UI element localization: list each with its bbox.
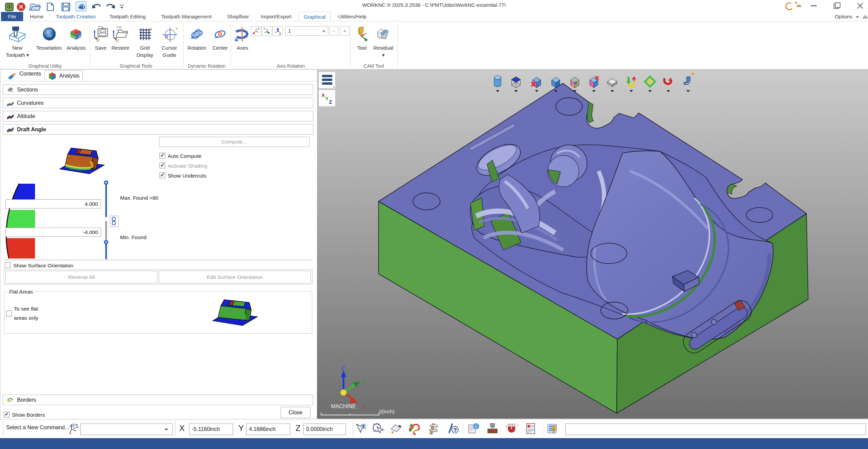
svg-text:X: X [321, 92, 325, 98]
svg-text:MACHINE: MACHINE [331, 403, 356, 409]
svg-text:Y: Y [263, 27, 265, 30]
svg-text:Z: Z [329, 99, 332, 105]
svg-text:D: D [165, 35, 168, 39]
svg-text:X: X [257, 27, 260, 30]
svg-text:Y: Y [325, 96, 329, 101]
svg-text:2(inch): 2(inch) [379, 409, 395, 414]
svg-text:Z: Z [341, 365, 345, 372]
svg-text:X: X [363, 403, 366, 409]
svg-text:Z: Z [279, 32, 281, 36]
svg-text:i: i [475, 424, 477, 429]
svg-text:?: ? [362, 424, 365, 429]
svg-text:?: ? [454, 427, 457, 433]
svg-text:Y: Y [362, 378, 366, 384]
